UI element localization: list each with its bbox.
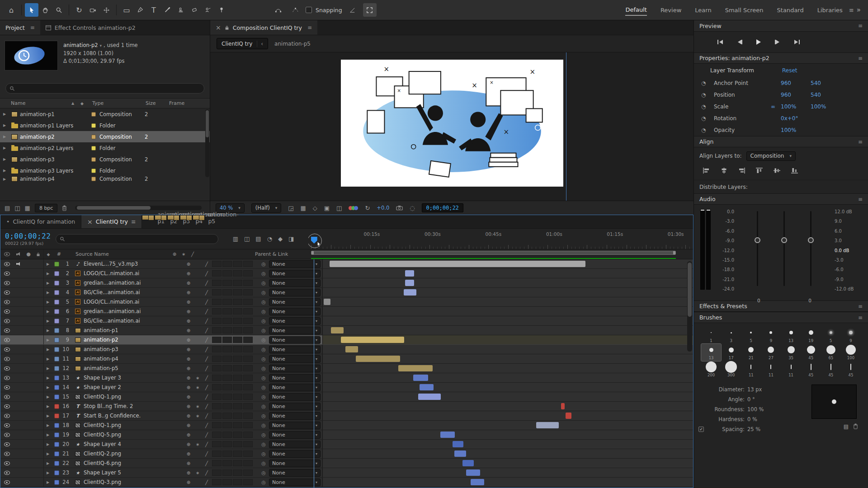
disclosure-triangle-icon[interactable]: ▶ <box>44 480 52 484</box>
switch-matrix[interactable] <box>212 413 258 419</box>
layer-track[interactable] <box>322 364 693 373</box>
disclosure-triangle-icon[interactable]: ▶ <box>0 157 9 161</box>
stopwatch-icon[interactable]: ◔ <box>701 127 714 133</box>
label-chip-cell[interactable] <box>52 328 61 333</box>
switch-matrix[interactable] <box>212 422 258 428</box>
quality-switch[interactable]: ╱ <box>202 480 211 485</box>
next-frame-button[interactable] <box>772 37 783 47</box>
label-chip-cell[interactable] <box>52 319 61 324</box>
parent-dropdown[interactable]: None ▾ <box>269 422 321 429</box>
parent-pickwhip-icon[interactable]: ◎ <box>258 413 269 419</box>
switch-matrix[interactable] <box>212 308 258 314</box>
switch-matrix[interactable] <box>212 270 258 277</box>
timeline-layer-row[interactable]: ▶ 23 ★ Shape Layer 5 ⊕ ∗ ╱ <box>0 468 693 478</box>
rectangle-tool[interactable]: ▭ <box>120 3 133 17</box>
label-chip-cell[interactable] <box>52 262 61 267</box>
quality-switch[interactable]: ╱ <box>202 404 211 409</box>
brush-preset[interactable]: 19 <box>801 327 821 344</box>
disclosure-triangle-icon[interactable]: ▶ <box>44 281 52 285</box>
shy-layers-icon[interactable]: ▤ <box>255 235 261 242</box>
item-name[interactable]: animation-p1 Layers <box>20 122 91 129</box>
stopwatch-icon[interactable]: ◔ <box>701 115 714 122</box>
transparency-grid-icon[interactable]: ▦ <box>301 205 306 211</box>
layer-name[interactable]: ClientIQ-5.png <box>84 432 184 438</box>
audio-column-icon[interactable] <box>13 252 24 256</box>
quality-switch[interactable]: ╱ <box>202 366 211 371</box>
panel-menu-icon[interactable]: ≡ <box>30 24 35 31</box>
shy-switch[interactable]: ⊕ <box>184 423 193 428</box>
shy-switch[interactable]: ⊕ <box>184 480 193 485</box>
property-value-x[interactable]: 960 <box>781 80 811 86</box>
visibility-toggle[interactable] <box>0 319 13 323</box>
level-value[interactable]: 0 <box>808 298 811 303</box>
visibility-toggle[interactable] <box>0 442 13 446</box>
timeline-search-input[interactable] <box>56 234 218 244</box>
column-frame[interactable]: Frame <box>169 100 187 106</box>
timeline-layer-row[interactable]: ▶ 16 T Stop Bl..ng Time. 2 ⊕ ∗ ╱ <box>0 402 693 411</box>
camera-tool[interactable] <box>86 3 99 17</box>
parent-pickwhip-icon[interactable]: ◎ <box>258 290 269 296</box>
panel-menu-icon[interactable]: ≡ <box>858 314 863 321</box>
quality-switch[interactable]: ╱ <box>202 413 211 418</box>
disclosure-triangle-icon[interactable]: ▶ <box>0 169 9 173</box>
parent-pickwhip-icon[interactable]: ◎ <box>258 479 269 485</box>
parent-dropdown[interactable]: None ▾ <box>269 374 321 382</box>
shy-switch[interactable]: ⊕ <box>184 290 193 295</box>
visibility-toggle[interactable] <box>0 480 13 484</box>
project-row[interactable]: ▶ animation-p4 Composition 2 <box>0 176 210 182</box>
property-value-x[interactable]: 100% <box>781 103 811 110</box>
rasterize-switch[interactable]: ∗ <box>193 442 202 447</box>
timeline-layer-row[interactable]: ▶ 24 ClientIQ-3.png ⊕ ∗ ╱ <box>0 478 693 487</box>
quality-switch[interactable]: ╱ <box>202 281 211 286</box>
lock-toggle[interactable] <box>33 297 44 306</box>
workspace-tab[interactable]: Default <box>625 5 647 16</box>
layer-name[interactable]: animation-p5 <box>84 365 184 371</box>
column-type[interactable]: Type <box>92 100 146 106</box>
disclosure-triangle-icon[interactable]: ▶ <box>44 338 52 342</box>
lock-toggle[interactable] <box>33 269 44 278</box>
parent-dropdown[interactable]: None ▾ <box>269 479 321 486</box>
layer-name[interactable]: animation-p2 <box>84 337 184 343</box>
type-tool[interactable]: T <box>147 3 160 17</box>
disclosure-triangle-icon[interactable]: ▶ <box>44 319 52 323</box>
shy-switch[interactable]: ⊕ <box>184 328 193 333</box>
quality-switch[interactable]: ╱ <box>202 328 211 333</box>
layer-track[interactable] <box>322 307 693 316</box>
parent-pickwhip-icon[interactable]: ◎ <box>258 385 269 390</box>
timeline-layer-row[interactable]: ▶ 22 ClientIQ-6.png ⊕ ∗ ╱ <box>0 459 693 468</box>
project-search-input[interactable] <box>5 83 204 94</box>
shy-switch[interactable]: ⊕ <box>184 404 193 409</box>
disclosure-triangle-icon[interactable]: ▶ <box>44 471 52 475</box>
brush-preset[interactable]: 45 <box>801 361 821 378</box>
label-chip-cell[interactable] <box>52 423 61 428</box>
brush-preset[interactable]: 100 <box>841 344 861 361</box>
panel-menu-icon[interactable]: ≡ <box>858 303 863 310</box>
layer-track[interactable] <box>322 430 693 439</box>
switch-matrix[interactable] <box>212 450 258 457</box>
audio-toggle[interactable] <box>13 414 24 418</box>
parent-pickwhip-icon[interactable]: ◎ <box>258 356 269 362</box>
label-color-chip[interactable] <box>54 300 59 305</box>
audio-toggle[interactable] <box>13 376 24 380</box>
label-color-chip[interactable] <box>91 123 96 128</box>
quality-switch[interactable]: ╱ <box>202 319 211 324</box>
solo-column-icon[interactable]: ● <box>24 251 33 257</box>
brush-preset[interactable]: 11 <box>761 361 781 378</box>
label-chip-cell[interactable] <box>52 385 61 390</box>
parent-dropdown[interactable]: None ▾ <box>269 355 321 363</box>
project-row[interactable]: ▶ animation-p3 Composition 2 <box>0 154 210 165</box>
brush-preset[interactable]: 5 <box>741 327 761 344</box>
quality-icon[interactable]: ╱ <box>188 252 197 257</box>
label-chip-cell[interactable] <box>52 281 61 286</box>
audio-toggle[interactable] <box>13 385 24 389</box>
time-ruler[interactable]: 00:15s 00:30s 00:45s 01:00s 01:15s 01:30… <box>308 229 693 249</box>
disclosure-triangle-icon[interactable]: ▶ <box>44 423 52 427</box>
audio-toggle[interactable] <box>13 366 24 371</box>
shy-switch[interactable]: ⊕ <box>184 271 193 276</box>
roto-brush-tool[interactable] <box>201 3 215 17</box>
layer-track[interactable] <box>322 392 693 401</box>
property-value-y[interactable]: 100% <box>811 103 840 110</box>
shy-switch[interactable]: ⊕ <box>184 413 193 418</box>
property-value-x[interactable]: 960 <box>781 92 811 98</box>
label-chip-cell[interactable] <box>52 432 61 437</box>
